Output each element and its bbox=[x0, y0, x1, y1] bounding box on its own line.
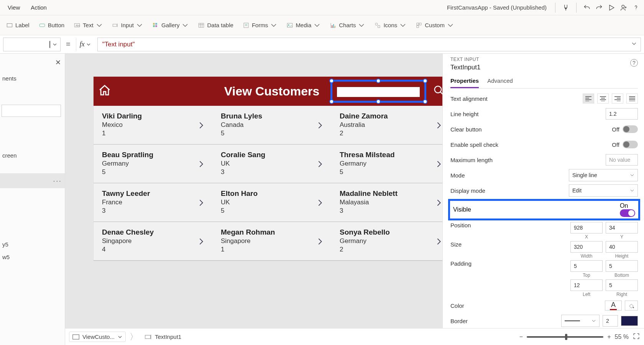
gallery-item[interactable]: Coralie Sang UK 3 bbox=[212, 145, 331, 183]
gallery-item[interactable]: Tawny Leeder France 3 bbox=[94, 183, 212, 222]
fit-to-screen-icon[interactable] bbox=[632, 332, 640, 342]
visible-toggle[interactable] bbox=[620, 209, 635, 217]
breadcrumb-screen[interactable]: ViewCusto... bbox=[69, 332, 126, 342]
tab-properties[interactable]: Properties bbox=[450, 75, 479, 88]
canvas-area[interactable]: View Customers Viki Darling Mexico 1 Bru… bbox=[65, 54, 442, 328]
displaymode-dropdown[interactable]: Edit bbox=[569, 184, 638, 197]
size-height-input[interactable]: 40 bbox=[606, 241, 638, 253]
insert-datatable[interactable]: Data table bbox=[195, 20, 236, 31]
zoom-slider[interactable] bbox=[527, 336, 603, 338]
chevron-right-icon[interactable] bbox=[197, 237, 205, 247]
insert-custom[interactable]: Custom bbox=[412, 20, 457, 31]
position-y-input[interactable]: 34 bbox=[606, 222, 638, 233]
insert-charts[interactable]: Charts bbox=[327, 20, 368, 31]
tree-item[interactable]: y5 bbox=[0, 238, 65, 251]
chevron-right-icon[interactable] bbox=[316, 121, 324, 131]
insert-media[interactable]: Media bbox=[283, 20, 324, 31]
chevron-right-icon[interactable] bbox=[197, 199, 205, 209]
lineheight-input[interactable]: 1.2 bbox=[606, 108, 638, 120]
border-color-button[interactable] bbox=[621, 316, 638, 326]
breadcrumb-separator: 〉 bbox=[130, 331, 138, 343]
border-style-dropdown[interactable] bbox=[561, 315, 600, 327]
gallery-item[interactable]: Viki Darling Mexico 1 bbox=[94, 106, 212, 144]
help-icon[interactable]: ? bbox=[630, 59, 638, 67]
chevron-right-icon[interactable] bbox=[197, 121, 205, 131]
insert-forms[interactable]: Forms bbox=[240, 20, 281, 31]
align-justify-button[interactable] bbox=[626, 94, 638, 104]
insert-button[interactable]: Button bbox=[36, 20, 67, 31]
chevron-right-icon[interactable] bbox=[316, 237, 324, 247]
fill-color-button[interactable] bbox=[625, 301, 638, 310]
resize-handle[interactable] bbox=[423, 99, 427, 104]
align-center-button[interactable] bbox=[597, 94, 609, 104]
maxlength-input[interactable]: No value bbox=[606, 154, 638, 166]
gallery-item[interactable]: Sonya Rebello Germany 2 bbox=[331, 222, 442, 260]
gallery-item[interactable]: Madaline Neblett Malayasia 3 bbox=[331, 183, 442, 222]
spellcheck-toggle[interactable] bbox=[623, 141, 638, 148]
mode-dropdown[interactable]: Single line bbox=[569, 169, 638, 181]
play-icon[interactable] bbox=[606, 2, 617, 13]
share-icon[interactable] bbox=[618, 2, 629, 13]
chevron-right-icon[interactable] bbox=[316, 160, 324, 170]
help-icon[interactable] bbox=[630, 2, 642, 13]
textinput-field[interactable] bbox=[337, 87, 420, 97]
gallery-item[interactable]: Bruna Lyles Canada 5 bbox=[212, 106, 331, 144]
menu-view[interactable]: View bbox=[2, 2, 25, 13]
control-name[interactable]: TextInput1 bbox=[450, 64, 638, 71]
resize-handle[interactable] bbox=[376, 79, 381, 83]
zoom-in-icon[interactable]: + bbox=[607, 334, 611, 340]
padding-left-input[interactable]: 12 bbox=[570, 279, 603, 291]
tree-item[interactable] bbox=[0, 120, 65, 126]
insert-gallery[interactable]: Gallery bbox=[149, 20, 192, 31]
chevron-right-icon[interactable] bbox=[435, 121, 442, 131]
gallery-item[interactable]: Thresa Milstead Germany 5 bbox=[331, 145, 442, 183]
padding-top-input[interactable]: 5 bbox=[570, 260, 603, 272]
resize-handle[interactable] bbox=[423, 79, 427, 83]
formula-input[interactable]: "Text input" bbox=[97, 38, 641, 51]
gallery-item[interactable]: Beau Spratling Germany 5 bbox=[94, 145, 212, 183]
tree-item[interactable]: w5 bbox=[0, 251, 65, 263]
menu-action[interactable]: Action bbox=[25, 2, 52, 13]
tab-advanced[interactable]: Advanced bbox=[487, 75, 513, 88]
app-checker-icon[interactable] bbox=[560, 2, 572, 13]
insert-input[interactable]: Input bbox=[109, 20, 146, 31]
resize-handle[interactable] bbox=[329, 79, 334, 83]
align-left-button[interactable] bbox=[583, 94, 594, 104]
tree-item[interactable]: creen bbox=[0, 149, 65, 162]
align-right-button[interactable] bbox=[612, 94, 623, 104]
gallery-item[interactable]: Megan Rohman Singapore 1 bbox=[212, 222, 331, 260]
fx-icon[interactable]: fx bbox=[76, 38, 94, 51]
breadcrumb-control[interactable]: TextInput1 bbox=[142, 332, 184, 342]
font-color-button[interactable]: A bbox=[605, 301, 622, 310]
chevron-right-icon[interactable] bbox=[435, 199, 442, 209]
gallery-item[interactable]: Daine Zamora Australia 2 bbox=[331, 106, 442, 144]
border-width-input[interactable]: 2 bbox=[603, 315, 618, 327]
gallery-item[interactable]: Elton Haro UK 5 bbox=[212, 183, 331, 222]
gallery-item[interactable]: Denae Chesley Singapore 4 bbox=[94, 222, 212, 260]
home-icon[interactable] bbox=[98, 84, 111, 99]
padding-right-input[interactable]: 5 bbox=[606, 279, 638, 291]
search-icon[interactable] bbox=[433, 85, 442, 98]
redo-icon[interactable] bbox=[593, 2, 605, 13]
tree-search-input[interactable] bbox=[2, 105, 61, 117]
insert-label[interactable]: Label bbox=[3, 20, 33, 31]
chevron-right-icon[interactable] bbox=[197, 160, 205, 170]
selected-textinput-control[interactable] bbox=[330, 80, 426, 103]
property-selector[interactable] bbox=[3, 38, 61, 51]
expand-formula-icon[interactable] bbox=[631, 41, 637, 48]
position-x-input[interactable]: 928 bbox=[570, 222, 603, 233]
zoom-out-icon[interactable]: − bbox=[519, 334, 523, 340]
chevron-right-icon[interactable] bbox=[435, 237, 442, 247]
chevron-right-icon[interactable] bbox=[435, 160, 442, 170]
resize-handle[interactable] bbox=[376, 99, 381, 104]
padding-bottom-input[interactable]: 5 bbox=[606, 260, 638, 272]
clearbutton-toggle[interactable] bbox=[623, 125, 638, 133]
size-width-input[interactable]: 320 bbox=[570, 241, 603, 253]
resize-handle[interactable] bbox=[329, 99, 334, 104]
undo-icon[interactable] bbox=[581, 2, 593, 13]
chevron-right-icon[interactable] bbox=[316, 199, 324, 209]
tree-item-selected[interactable]: ··· bbox=[0, 173, 65, 188]
insert-text[interactable]: AbcText bbox=[71, 20, 106, 31]
insert-icons[interactable]: Icons bbox=[371, 20, 409, 31]
close-icon[interactable]: ✕ bbox=[55, 58, 61, 67]
